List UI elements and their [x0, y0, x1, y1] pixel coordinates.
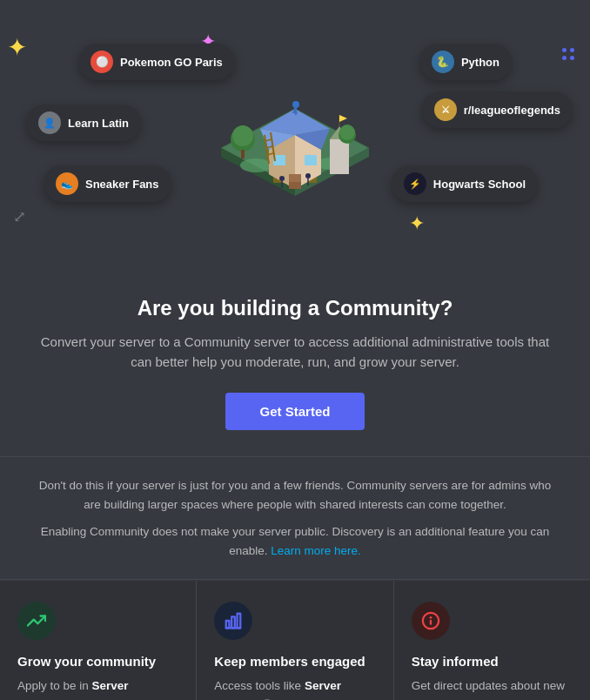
- badge-icon-pokemon: ⚪: [91, 50, 113, 73]
- engage-card-title: Keep members engaged: [214, 654, 375, 669]
- star-decoration-left: ✦: [7, 33, 27, 62]
- svg-rect-14: [289, 174, 301, 182]
- get-started-button[interactable]: Get Started: [225, 393, 365, 430]
- badge-icon-league: ⚔: [434, 98, 457, 121]
- notice-section: Don't do this if your server is just for…: [0, 457, 590, 579]
- learn-more-link[interactable]: Learn more here.: [271, 544, 361, 557]
- informed-card-desc: Get direct updates about new features bu…: [412, 677, 573, 700]
- star-decoration-bottom: ✦: [409, 212, 425, 235]
- bar-chart-icon: [224, 611, 243, 630]
- svg-rect-38: [226, 621, 230, 628]
- svg-point-28: [232, 125, 253, 146]
- badge-icon-sneaker: 👟: [56, 172, 78, 195]
- engage-icon-wrap: [214, 602, 252, 640]
- page-heading: Are you building a Community?: [35, 296, 555, 320]
- feature-card-informed: Stay informed Get direct updates about n…: [394, 581, 590, 700]
- engage-card-desc: Access tools like Server Insightsi that …: [214, 677, 375, 700]
- svg-rect-16: [305, 155, 317, 165]
- informed-icon-wrap: [412, 602, 450, 640]
- svg-marker-21: [339, 115, 347, 122]
- svg-point-31: [339, 125, 355, 140]
- illustration-container: ✦ ✦ ✦ ⤢ ⚪ Pokemon GO Paris 🐍 Python 👤 Le…: [0, 17, 590, 261]
- badge-sneaker: 👟 Sneaker Fans: [44, 165, 171, 202]
- feature-card-grow: Grow your community Apply to be in Serve…: [0, 581, 196, 700]
- info-circle-icon: [421, 611, 440, 630]
- svg-rect-18: [330, 139, 349, 174]
- svg-point-3: [240, 158, 272, 172]
- badge-hogwarts: ⚡ Hogwarts School: [392, 165, 538, 202]
- trending-up-icon: [27, 611, 46, 630]
- badge-icon-latin: 👤: [38, 111, 61, 134]
- engage-desc-pre: Access tools like: [214, 679, 305, 692]
- grow-icon-wrap: [17, 602, 56, 640]
- grow-card-desc: Apply to be in Server Discovery so more …: [17, 677, 178, 700]
- notice-text-1: Don't do this if your server is just for…: [35, 476, 555, 514]
- svg-rect-39: [231, 617, 235, 629]
- expand-icon: ⤢: [13, 207, 26, 226]
- svg-point-34: [305, 173, 311, 178]
- dots-decoration: [562, 48, 574, 60]
- iso-house-illustration: [195, 52, 395, 226]
- svg-point-36: [292, 101, 299, 108]
- text-section: Are you building a Community? Convert yo…: [0, 287, 590, 456]
- grow-card-title: Grow your community: [17, 654, 178, 669]
- hero-section: ✦ ✦ ✦ ⤢ ⚪ Pokemon GO Paris 🐍 Python 👤 Le…: [0, 0, 590, 287]
- notice-text-2: Enabling Community does not make your se…: [35, 522, 555, 560]
- section-divider-2: [0, 579, 590, 580]
- svg-rect-29: [241, 150, 245, 158]
- svg-point-32: [279, 176, 285, 181]
- grow-desc-pre: Apply to be in: [17, 679, 92, 692]
- svg-rect-40: [238, 614, 241, 629]
- badge-league: ⚔ r/leagueoflegends: [422, 91, 573, 128]
- badge-icon-hogwarts: ⚡: [404, 172, 426, 195]
- badge-latin: 👤 Learn Latin: [26, 104, 141, 141]
- badge-python: 🐍 Python: [419, 44, 512, 80]
- feature-cards-section: Grow your community Apply to be in Serve…: [0, 581, 590, 700]
- page-description: Convert your server to a Community serve…: [35, 333, 555, 372]
- feature-card-engage: Keep members engaged Access tools like S…: [197, 581, 392, 700]
- badge-icon-python: 🐍: [432, 50, 454, 73]
- informed-card-title: Stay informed: [412, 654, 573, 669]
